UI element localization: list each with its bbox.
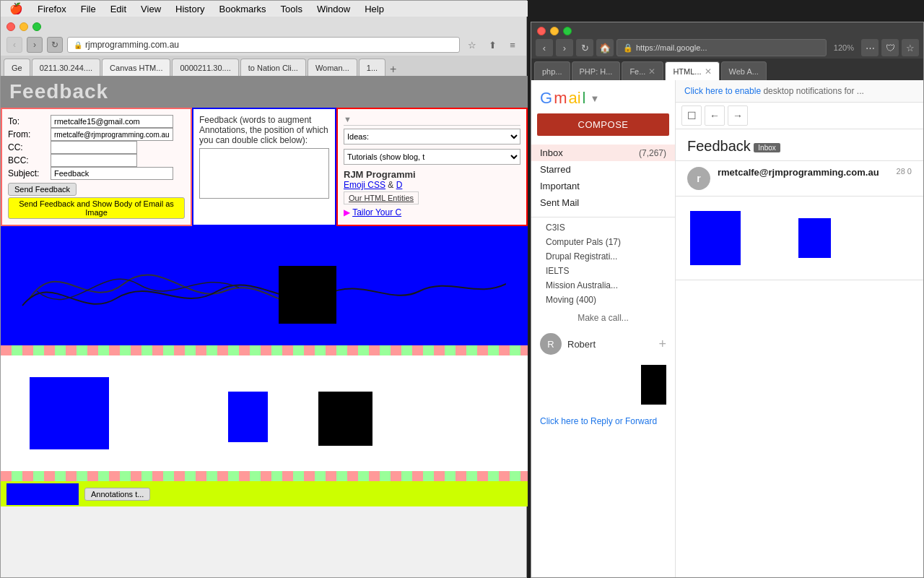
reply-forward-link[interactable]: Click here to Reply or Forward	[531, 410, 675, 432]
gmail-nav-bar: ‹ › ↻ 🏠 🔒 https://mail.google... 120% ⋯ …	[531, 37, 923, 59]
sidebar-ielts[interactable]: IELTS	[531, 264, 675, 278]
next-email[interactable]: →	[728, 105, 748, 126]
minimize-button[interactable]	[19, 22, 28, 31]
maximize-button[interactable]	[32, 22, 41, 31]
gmail-forward-button[interactable]: ›	[556, 39, 573, 56]
cc-label: CC:	[8, 142, 48, 152]
address-bar[interactable]: 🔒 rjmprogramming.com.au	[67, 37, 460, 53]
gmail-shield-button[interactable]: 🛡	[881, 39, 899, 56]
feedback-textarea[interactable]	[199, 148, 329, 199]
gmail-back-button[interactable]: ‹	[536, 39, 553, 56]
menu-window[interactable]: Window	[314, 4, 353, 14]
gmail-maximize-button[interactable]	[563, 27, 572, 35]
menu-firefox[interactable]: Firefox	[35, 4, 69, 14]
to-label: To:	[8, 116, 48, 126]
menu-file[interactable]: File	[78, 4, 99, 14]
gmail-close-button[interactable]	[537, 27, 546, 35]
tab-close-html[interactable]: ✕	[705, 66, 712, 77]
bcc-input[interactable]	[51, 154, 137, 167]
tab-canvas[interactable]: Canvas HTM...	[102, 59, 170, 76]
tab-label-php: php...	[542, 67, 562, 76]
menu-view[interactable]: View	[138, 4, 164, 14]
compose-button[interactable]: COMPOSE	[537, 113, 669, 136]
tab-extra[interactable]: 1...	[359, 59, 385, 76]
sender-avatar: r	[687, 167, 710, 190]
yellow-annotations-bar: Annotations t...	[1, 481, 528, 506]
sidebar-computer-pals[interactable]: Computer Pals (17)	[531, 235, 675, 249]
nav-bar: ‹ › ↻ 🔒 rjmprogramming.com.au ☆ ⬆ ≡	[1, 34, 526, 56]
cc-input[interactable]	[51, 141, 137, 154]
menu-edit[interactable]: Edit	[108, 4, 129, 14]
tab-0000[interactable]: 0000211.30....	[172, 59, 238, 76]
menu-tools[interactable]: Tools	[278, 4, 305, 14]
tab-woman[interactable]: Woman...	[308, 59, 357, 76]
sidebar-important[interactable]: Important	[531, 178, 675, 194]
gmail-body: Gmail ▼ COMPOSE Inbox (7,267) Starred Im…	[531, 80, 923, 577]
tab-ge[interactable]: Ge	[4, 59, 30, 76]
extra-link[interactable]: D	[396, 180, 403, 190]
apple-menu[interactable]: 🍎	[6, 2, 26, 15]
tab-label-web: Web A...	[729, 67, 759, 76]
bcc-label: BCC:	[8, 155, 48, 165]
black-rectangle-white	[318, 392, 372, 446]
gmail-menu-button[interactable]: ⋯	[861, 39, 879, 56]
send-feedback-show-button[interactable]: Send Feedback and Show Body of Email as …	[8, 197, 185, 219]
from-input[interactable]	[51, 128, 173, 141]
tutorials-dropdown[interactable]: Tutorials (show blog, t	[344, 149, 520, 165]
sidebar-moving[interactable]: Moving (400)	[531, 293, 675, 307]
gmail-dropdown-icon[interactable]: ▼	[590, 93, 599, 104]
gmail-tab-php[interactable]: php...	[534, 61, 570, 80]
address-text: rjmprogramming.com.au	[85, 40, 179, 50]
gmail-minimize-button[interactable]	[550, 27, 559, 35]
sidebar-inbox[interactable]: Inbox (7,267)	[531, 144, 675, 161]
gmail-tab-web[interactable]: Web A...	[721, 61, 767, 80]
forward-button[interactable]: ›	[27, 37, 43, 53]
reload-button[interactable]: ↻	[47, 37, 63, 53]
close-button[interactable]	[6, 22, 15, 31]
tab-nation[interactable]: to Nation Cli...	[240, 59, 306, 76]
menu-bookmarks[interactable]: Bookmarks	[217, 4, 269, 14]
tab-0211[interactable]: 0211.30.244....	[32, 59, 100, 76]
gmail-tab-fe[interactable]: Fe... ✕	[622, 61, 663, 80]
feedback-instructions: Feedback (words to augment Annotations, …	[199, 115, 329, 145]
contact-name-robert: Robert	[567, 339, 596, 350]
reader-view[interactable]: ≡	[505, 37, 520, 53]
blue-rect-yellow-bar	[6, 483, 79, 505]
bookmark-star[interactable]: ☆	[464, 37, 480, 53]
menu-history[interactable]: History	[173, 4, 207, 14]
to-input[interactable]	[51, 115, 173, 128]
emoji-css-link[interactable]: Emoji CSS	[344, 180, 385, 190]
subject-input[interactable]	[51, 167, 173, 180]
tailor-link[interactable]: Tailor Your C	[352, 207, 401, 217]
gmail-address-bar[interactable]: 🔒 https://mail.google...	[616, 39, 827, 56]
gmail-home-button[interactable]: 🏠	[596, 39, 614, 56]
share-icon[interactable]: ⬆	[484, 37, 500, 53]
sidebar-drupal[interactable]: Drupal Registrati...	[531, 249, 675, 264]
notification-text: desktop notifications for ...	[763, 86, 863, 96]
tab-close-fe[interactable]: ✕	[648, 66, 655, 77]
email-header: Feedback Inbox	[676, 129, 923, 161]
gmail-reload-button[interactable]: ↻	[576, 39, 593, 56]
add-contact-button[interactable]: +	[658, 337, 666, 352]
dashed-divider-bottom	[1, 471, 528, 481]
sidebar-starred[interactable]: Starred	[531, 161, 675, 178]
archive-button[interactable]: ☐	[681, 105, 702, 126]
add-tab-button[interactable]: +	[390, 63, 396, 76]
back-to-inbox[interactable]: ←	[705, 105, 725, 126]
sidebar-c3is[interactable]: C3IS	[531, 220, 675, 235]
send-feedback-button[interactable]: Send Feedback	[8, 183, 77, 196]
back-button[interactable]: ‹	[6, 37, 22, 53]
sidebar-sent[interactable]: Sent Mail	[531, 194, 675, 211]
bcc-row: BCC:	[8, 154, 185, 167]
dashed-divider-top	[1, 345, 528, 355]
white-canvas-area	[1, 355, 528, 471]
gmail-tab-phph[interactable]: PHP: H...	[572, 61, 621, 80]
contact-robert[interactable]: R Robert +	[531, 329, 675, 359]
gmail-tab-html[interactable]: HTML... ✕	[665, 61, 719, 80]
enable-notifications-link[interactable]: Click here to enable	[684, 86, 761, 96]
gmail-bookmark-button[interactable]: ☆	[902, 39, 919, 56]
annotations-button[interactable]: Annotations t...	[84, 488, 150, 501]
ideas-dropdown[interactable]: Ideas:	[344, 129, 520, 144]
sidebar-mission[interactable]: Mission Australia...	[531, 278, 675, 293]
menu-help[interactable]: Help	[362, 4, 387, 14]
